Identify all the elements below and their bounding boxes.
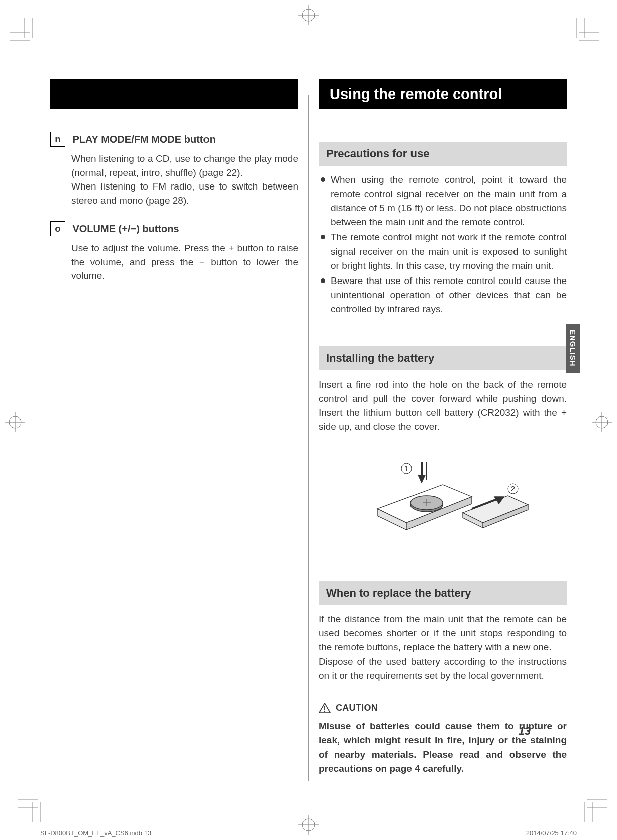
- registration-mark-top: [298, 5, 319, 25]
- list-item: Beware that use of this remote control c…: [319, 274, 567, 316]
- footer-datetime: 2014/07/25 17:40: [526, 829, 577, 837]
- section-body: If the distance from the main unit that …: [319, 612, 567, 683]
- section-heading: When to replace the battery: [319, 581, 567, 605]
- crop-mark-icon: [577, 792, 607, 822]
- column-separator: [298, 79, 319, 781]
- precautions-section: Precautions for use When using the remot…: [319, 142, 567, 316]
- item-o: o VOLUME (+/−) buttons Use to adjust the…: [50, 221, 298, 283]
- footer-filename: SL-D800BT_OM_EF_vA_CS6.indb 13: [40, 829, 151, 837]
- replace-section: When to replace the battery If the dista…: [319, 581, 567, 776]
- precautions-list: When using the remote control, point it …: [319, 173, 567, 316]
- caution-label: CAUTION: [336, 703, 378, 713]
- item-n: n PLAY MODE/FM MODE button When listenin…: [50, 132, 298, 207]
- right-column: Using the remote control Precautions for…: [319, 79, 567, 781]
- installing-section: Installing the battery Insert a fine rod…: [319, 346, 567, 548]
- section-heading: Installing the battery: [319, 346, 567, 370]
- main-heading-band: Using the remote control: [319, 79, 567, 109]
- registration-mark-right: [592, 412, 612, 432]
- left-column: n PLAY MODE/FM MODE button When listenin…: [50, 79, 298, 781]
- item-title: VOLUME (+/−) buttons: [72, 221, 179, 236]
- main-heading: Using the remote control: [330, 86, 502, 103]
- item-letter-box: o: [50, 221, 65, 236]
- language-tab: ENGLISH: [566, 324, 580, 373]
- callout-2: 2: [511, 484, 515, 493]
- item-body: Use to adjust the volume. Press the + bu…: [71, 241, 298, 283]
- crop-mark-icon: [18, 792, 48, 822]
- registration-mark-left: [5, 412, 25, 432]
- list-item: When using the remote control, point it …: [319, 173, 567, 229]
- section-body: Insert a fine rod into the hole on the b…: [319, 378, 567, 434]
- registration-mark-bottom: [298, 815, 319, 835]
- page-number: 13: [519, 725, 531, 738]
- crop-mark-icon: [569, 18, 599, 48]
- svg-point-38: [324, 711, 325, 712]
- list-item: The remote control might not work if the…: [319, 230, 567, 272]
- item-body: When listening to a CD, use to change th…: [71, 152, 298, 207]
- caution-row: CAUTION: [319, 703, 567, 713]
- callout-1: 1: [404, 464, 408, 473]
- warning-triangle-icon: [319, 703, 331, 713]
- battery-diagram: 1 2: [319, 448, 567, 549]
- left-black-band: [50, 79, 298, 109]
- section-heading: Precautions for use: [319, 142, 567, 166]
- item-letter-box: n: [50, 132, 65, 147]
- crop-mark-icon: [10, 18, 40, 48]
- item-title: PLAY MODE/FM MODE button: [72, 132, 215, 147]
